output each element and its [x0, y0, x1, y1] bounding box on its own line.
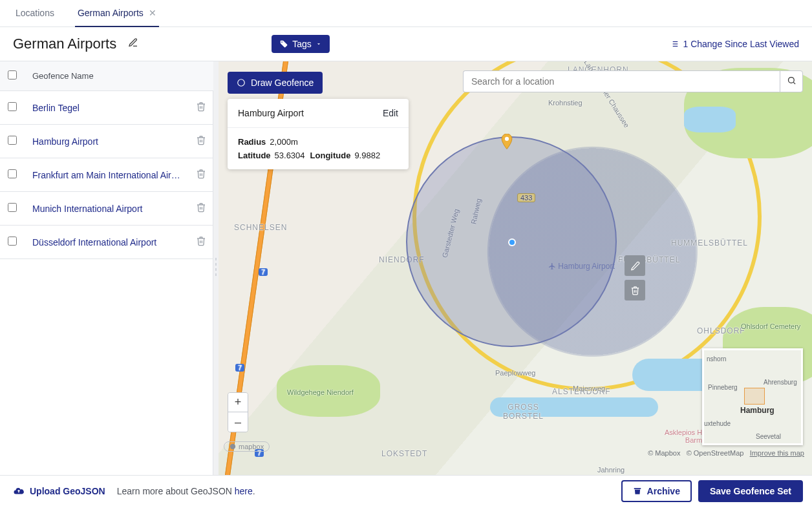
tab-german-airports[interactable]: German Airports ✕: [75, 0, 159, 27]
archive-button[interactable]: Archive: [621, 480, 692, 502]
tab-strip: Locations German Airports ✕: [0, 0, 812, 27]
minimap[interactable]: Hamburg Pinneberg Ahrensburg Seevetal ns…: [702, 348, 803, 445]
trash-icon[interactable]: [196, 103, 206, 114]
map-place-label: LOKSTEDT: [381, 449, 427, 458]
select-all-cell: [0, 61, 25, 91]
geofence-center-dot[interactable]: [509, 240, 515, 245]
svg-line-9: [793, 82, 795, 84]
learn-more-link[interactable]: here: [235, 486, 253, 496]
save-geofence-set-button[interactable]: Save Geofence Set: [698, 480, 803, 502]
tab-label: Locations: [16, 8, 54, 18]
geofence-tools: [625, 255, 645, 300]
geofence-name-link[interactable]: Berlin Tegel: [32, 103, 180, 113]
geofence-table: Geofence Name Berlin TegelHamburg Airpor…: [0, 61, 214, 259]
search-input[interactable]: [463, 70, 780, 92]
changes-link[interactable]: 1 Change Since Last Viewed: [670, 39, 799, 49]
minimap-label: nshorn: [707, 355, 727, 363]
geofence-name-link[interactable]: Hamburg Airport: [32, 136, 180, 147]
minimap-label: Ahrensburg: [764, 379, 797, 386]
trash-icon[interactable]: [196, 238, 206, 248]
row-checkbox[interactable]: [8, 102, 17, 111]
radius-value: 2,000m: [270, 137, 297, 147]
save-label: Save Geofence Set: [710, 486, 791, 496]
column-header-name: Geofence Name: [25, 61, 188, 91]
trash-icon[interactable]: [196, 137, 206, 147]
geofence-name-link[interactable]: Düsseldorf International Airport: [32, 237, 180, 248]
upload-label: Upload GeoJSON: [30, 486, 105, 496]
mapbox-logo: mapbox: [224, 441, 270, 452]
tab-locations[interactable]: Locations: [13, 0, 57, 27]
map-place-label: Jahnring: [597, 466, 625, 474]
panel-resizer[interactable]: [213, 61, 219, 475]
latitude-value: 53.6304: [275, 151, 305, 160]
minimap-label: Hamburg: [740, 406, 775, 415]
svg-point-8: [788, 78, 794, 83]
row-checkbox[interactable]: [8, 203, 17, 212]
geofence-info-card: Hamburg Airport Edit Radius2,000m Latitu…: [228, 99, 409, 169]
svg-point-7: [238, 79, 245, 87]
longitude-label: Longitude: [310, 151, 351, 160]
tags-label: Tags: [292, 39, 312, 49]
delete-geofence-button[interactable]: [625, 280, 645, 300]
map-canvas[interactable]: LANGENHORN Raakmoor Krohnstieg SCHNELSEN…: [219, 61, 812, 475]
map-search: [463, 70, 803, 92]
latitude-label: Latitude: [238, 151, 271, 160]
select-all-checkbox[interactable]: [8, 70, 17, 79]
zoom-in-button[interactable]: +: [228, 393, 248, 412]
geofence-list-panel: Geofence Name Berlin TegelHamburg Airpor…: [0, 61, 213, 475]
table-row: Berlin Tegel: [0, 91, 214, 125]
map-water: [490, 397, 658, 417]
map-green: [277, 365, 380, 417]
map-attribution: © Mapbox © OpenStreetMap Improve this ma…: [648, 449, 804, 457]
edit-title-icon[interactable]: [128, 37, 138, 50]
row-checkbox[interactable]: [8, 136, 17, 145]
draw-geofence-label: Draw Geofence: [251, 78, 314, 88]
row-checkbox[interactable]: [8, 237, 17, 246]
row-checkbox[interactable]: [8, 169, 17, 178]
close-icon[interactable]: ✕: [149, 8, 156, 18]
learn-more-text: Learn more about GeoJSON here.: [117, 486, 255, 496]
page-title: German Airports: [13, 36, 116, 52]
svg-point-10: [230, 444, 235, 449]
draw-geofence-button[interactable]: Draw Geofence: [228, 72, 323, 94]
minimap-viewport: [744, 388, 765, 405]
geofence-name-link[interactable]: Munich International Airport: [32, 204, 180, 214]
main-split: Geofence Name Berlin TegelHamburg Airpor…: [0, 61, 812, 475]
zoom-out-button[interactable]: –: [228, 412, 248, 432]
svg-point-6: [505, 137, 509, 141]
geofence-name-link[interactable]: Frankfurt am Main International Air…: [32, 170, 180, 180]
map-water: [684, 107, 736, 132]
improve-map-link[interactable]: Improve this map: [750, 449, 804, 457]
geofence-info-name: Hamburg Airport: [238, 108, 304, 118]
minimap-label: Seevetal: [756, 433, 781, 440]
minimap-label: Pinneberg: [708, 384, 738, 391]
upload-geojson-button[interactable]: Upload GeoJSON: [13, 485, 105, 497]
table-row: Munich International Airport: [0, 192, 214, 226]
minimap-label: uxtehude: [704, 420, 731, 427]
table-row: Hamburg Airport: [0, 125, 214, 158]
table-row: Düsseldorf International Airport: [0, 226, 214, 259]
tags-button[interactable]: Tags: [272, 35, 330, 53]
changes-label: 1 Change Since Last Viewed: [683, 39, 799, 49]
longitude-value: 9.9882: [354, 151, 380, 160]
radius-label: Radius: [238, 137, 266, 147]
pin-icon[interactable]: [499, 134, 515, 154]
footer-bar: Upload GeoJSON Learn more about GeoJSON …: [0, 475, 812, 506]
search-button[interactable]: [780, 70, 803, 92]
trash-icon[interactable]: [196, 171, 206, 181]
page-header: German Airports Tags 1 Change Since Last…: [0, 27, 812, 61]
trash-icon[interactable]: [196, 204, 206, 215]
route-shield: 7: [259, 268, 268, 276]
edit-geofence-button[interactable]: [625, 255, 645, 276]
zoom-controls: + –: [228, 392, 248, 432]
tab-label: German Airports: [78, 8, 144, 18]
geofence-info-edit[interactable]: Edit: [383, 108, 398, 118]
archive-label: Archive: [647, 486, 680, 496]
table-row: Frankfurt am Main International Air…: [0, 158, 214, 192]
